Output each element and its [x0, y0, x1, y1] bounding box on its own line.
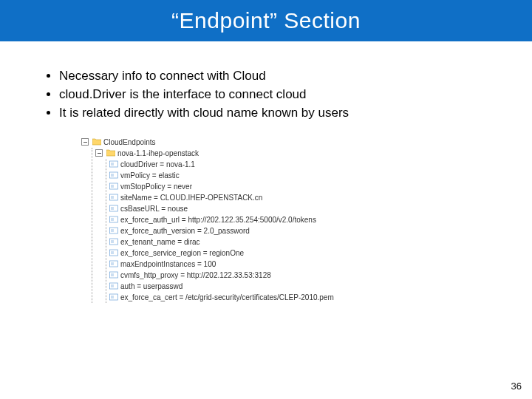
svg-rect-30	[110, 272, 118, 278]
attr-icon	[109, 171, 118, 179]
bullet-list: Necessary info to connect with Cloud clo…	[30, 68, 532, 122]
tree-attr-node: ex_force_auth_version = 2.0_password	[109, 225, 532, 236]
tree-attr-label: ex_force_ca_cert = /etc/grid-security/ce…	[120, 292, 334, 303]
slide-title: “Endpoint” Section	[171, 8, 361, 33]
tree-attr-node: siteName = CLOUD.IHEP-OPENSTACK.cn	[109, 192, 532, 203]
tree-attr-label: maxEndpointInstances = 100	[120, 259, 216, 270]
config-tree: CloudEndpoints nova-1.1-ihep-openstack c…	[81, 137, 532, 303]
attr-icon	[109, 227, 118, 234]
tree-attr-node: ex_force_service_region = regionOne	[109, 248, 532, 259]
attr-icon	[109, 194, 118, 201]
attr-icon	[109, 260, 118, 267]
folder-icon	[106, 149, 115, 157]
tree-attr-node: ex_force_auth_url = http://202.122.35.25…	[109, 214, 532, 225]
tree-attr-label: cvmfs_http_proxy = http://202.122.33.53:…	[120, 270, 271, 281]
svg-rect-33	[110, 283, 118, 289]
folder-icon	[92, 138, 101, 146]
collapse-icon	[95, 149, 103, 157]
attr-icon	[109, 183, 118, 190]
page-number: 36	[511, 381, 522, 392]
tree-attr-label: ex_force_auth_version = 2.0_password	[120, 225, 250, 236]
tree-attr-label: vmStopPolicy = never	[120, 181, 192, 192]
tree-attr-node: ex_tenant_name = dirac	[109, 236, 532, 248]
tree-attr-node: ex_force_ca_cert = /etc/grid-security/ce…	[109, 292, 532, 303]
tree-root-label: CloudEndpoints	[103, 137, 156, 148]
tree-attr-label: ex_force_service_region = regionOne	[120, 248, 244, 259]
attr-icon	[109, 216, 118, 223]
attr-icon	[109, 271, 118, 279]
svg-rect-27	[110, 261, 118, 267]
tree-root-node: CloudEndpoints	[81, 137, 532, 148]
svg-rect-0	[110, 161, 118, 167]
tree-attr-node: vmStopPolicy = never	[109, 181, 532, 192]
attr-icon	[109, 293, 118, 301]
tree-attr-label: csBaseURL = nouse	[120, 203, 188, 214]
tree-attr-node: auth = userpasswd	[109, 281, 532, 292]
collapse-icon	[81, 138, 89, 146]
attribute-list: cloudDriver = nova-1.1 vmPolicy = elasti…	[106, 159, 532, 303]
tree-attr-node: maxEndpointInstances = 100	[109, 259, 532, 270]
bullet-item: Necessary info to connect with Cloud	[59, 68, 532, 85]
svg-rect-18	[110, 228, 118, 233]
tree-attr-label: auth = userpasswd	[120, 281, 183, 292]
svg-rect-9	[110, 194, 118, 200]
attr-icon	[109, 249, 118, 256]
attr-icon	[109, 160, 118, 168]
tree-child-label: nova-1.1-ihep-openstack	[117, 148, 199, 159]
svg-rect-24	[110, 250, 118, 256]
tree-attr-label: vmPolicy = elastic	[120, 170, 180, 181]
tree-child-node: nova-1.1-ihep-openstack	[95, 148, 532, 159]
attr-icon	[109, 282, 118, 290]
tree-attr-label: cloudDriver = nova-1.1	[120, 159, 195, 170]
tree-attr-node: csBaseURL = nouse	[109, 203, 532, 214]
tree-attr-label: ex_tenant_name = dirac	[120, 236, 200, 248]
attr-icon	[109, 205, 118, 212]
tree-attr-node: cloudDriver = nova-1.1	[109, 159, 532, 170]
tree-attr-node: cvmfs_http_proxy = http://202.122.33.53:…	[109, 270, 532, 281]
bullet-item: It is related directly with cloud name k…	[59, 105, 532, 122]
attr-icon	[109, 238, 118, 245]
svg-rect-21	[110, 239, 118, 245]
tree-attr-node: vmPolicy = elastic	[109, 170, 532, 181]
tree-attr-label: siteName = CLOUD.IHEP-OPENSTACK.cn	[120, 192, 262, 203]
bullet-item: cloud.Driver is the interface to connect…	[59, 86, 532, 103]
svg-rect-3	[110, 172, 118, 178]
tree-attr-label: ex_force_auth_url = http://202.122.35.25…	[120, 214, 316, 225]
title-bar: “Endpoint” Section	[0, 0, 532, 41]
svg-rect-36	[110, 294, 118, 300]
svg-rect-6	[110, 183, 118, 189]
svg-rect-12	[110, 205, 118, 211]
svg-rect-15	[110, 216, 118, 222]
